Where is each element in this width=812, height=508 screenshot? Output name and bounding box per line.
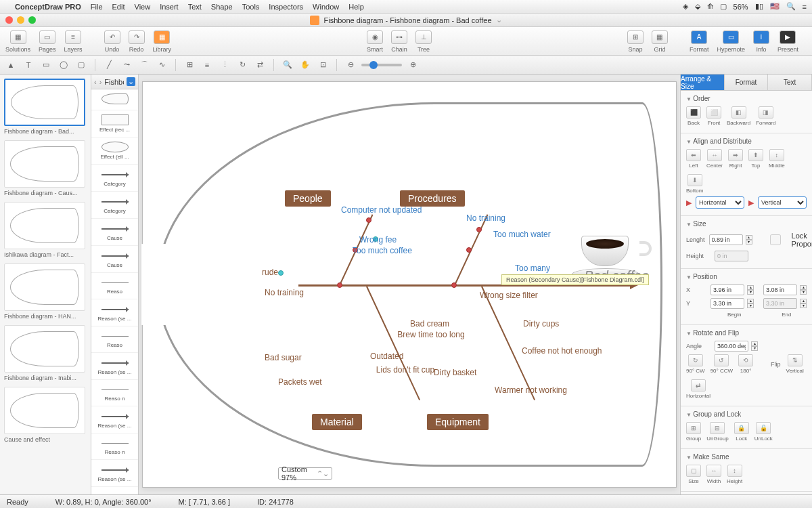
stencil-item[interactable]: Cause xyxy=(91,219,138,246)
align-top-button[interactable]: ⬆Top xyxy=(748,149,763,169)
cause-label[interactable]: Bad cream xyxy=(410,319,449,329)
zoom-button[interactable] xyxy=(28,16,36,24)
tree-button[interactable]: ⊥ xyxy=(415,30,432,44)
crop-tool[interactable]: ⊡ xyxy=(316,58,330,72)
distribute-tool[interactable]: ⋮ xyxy=(218,58,231,72)
cause-label[interactable]: Wrong fee xyxy=(359,235,397,245)
menu-file[interactable]: File xyxy=(91,3,103,11)
stencil-dropdown-icon[interactable]: ⌄ xyxy=(127,77,135,86)
cause-label[interactable]: rude xyxy=(262,268,278,277)
menu-help[interactable]: Help xyxy=(348,3,364,11)
flip-tool[interactable]: ⇄ xyxy=(253,58,267,72)
flip-h-button[interactable]: ⇄Horizontal xyxy=(686,379,710,399)
cause-label[interactable]: Packets wet xyxy=(278,377,322,387)
battery-icon[interactable]: ▮▯ xyxy=(755,2,763,11)
app-name[interactable]: ConceptDraw PRO xyxy=(15,3,81,11)
align-left-button[interactable]: ⬅Left xyxy=(686,149,701,169)
grid-button[interactable]: ▦ xyxy=(652,30,668,44)
stencil-item[interactable]: Reason (se ... xyxy=(91,460,138,487)
display-icon[interactable]: ▢ xyxy=(720,2,727,11)
section-position[interactable]: Position xyxy=(686,273,807,280)
pages-button[interactable]: ▭ xyxy=(39,30,55,44)
align-right-button[interactable]: ➡Right xyxy=(728,149,743,169)
stencil-item[interactable]: Reason (se ... xyxy=(91,406,138,433)
flag-icon[interactable]: 🇺🇸 xyxy=(770,2,780,11)
cause-label[interactable]: Coffee not hot enough xyxy=(522,346,576,356)
category-people[interactable]: People xyxy=(285,190,331,207)
rotate-tool[interactable]: ↻ xyxy=(235,58,249,72)
chain-button[interactable]: ⊶ xyxy=(391,30,407,44)
zoom-control[interactable]: Custom 97%⌃⌄ xyxy=(278,467,332,480)
same-width-button[interactable]: ↔Width xyxy=(706,465,721,484)
present-button[interactable]: ▶ xyxy=(780,30,796,44)
zoom-out-tool[interactable]: 🔍 xyxy=(281,58,294,72)
library-button[interactable]: ▦ xyxy=(154,30,170,44)
thumbnail[interactable]: Fishbone diagram - Inabi... xyxy=(4,325,85,381)
close-button[interactable] xyxy=(5,16,13,24)
stencil-item[interactable]: Reason (se ... xyxy=(91,299,138,326)
menu-view[interactable]: View xyxy=(135,3,151,11)
align-tool[interactable]: ≡ xyxy=(200,58,214,72)
section-size[interactable]: Size xyxy=(686,220,807,228)
group-button[interactable]: ⊞Group xyxy=(686,422,701,442)
rotate-cw-button[interactable]: ↻90° CW xyxy=(686,354,705,374)
layers-button[interactable]: ≡ xyxy=(65,30,81,44)
solutions-button[interactable]: ▦ xyxy=(10,30,26,44)
wifi-icon[interactable]: ⟰ xyxy=(707,2,713,11)
section-rotate[interactable]: Rotate and Flip xyxy=(686,329,807,337)
zoom-minus[interactable]: ⊖ xyxy=(344,58,357,72)
thumbnail[interactable]: Ishikawa diagram - Fact... xyxy=(4,202,85,258)
stepper-down[interactable]: ▾ xyxy=(746,240,752,245)
thumbnail[interactable]: Cause and effect xyxy=(4,387,85,443)
canvas-area[interactable]: People Procedures Material Equipment rud… xyxy=(139,75,680,494)
arc-tool[interactable]: ⌒ xyxy=(137,58,151,72)
stencil-item[interactable]: Category xyxy=(91,165,138,192)
cause-label[interactable]: Dirty basket xyxy=(434,368,476,377)
align-center-button[interactable]: ↔Center xyxy=(706,149,723,169)
cause-label[interactable]: Bad sugar xyxy=(265,353,302,362)
distribute-v-select[interactable]: Vertical xyxy=(758,196,807,209)
section-same[interactable]: Make Same xyxy=(686,453,807,461)
y-end-input[interactable] xyxy=(763,298,797,309)
document-title[interactable]: Fishbone diagram - Fishbone diagram - Ba… xyxy=(323,16,491,24)
stencil-item[interactable]: Reaso xyxy=(91,273,138,299)
rotate-180-button[interactable]: ⟲180° xyxy=(738,354,753,374)
rounded-tool[interactable]: ▢ xyxy=(74,58,88,72)
rect-tool[interactable]: ▭ xyxy=(39,58,53,72)
x-begin-input[interactable] xyxy=(710,284,744,295)
order-back-button[interactable]: ⬛Back xyxy=(686,106,701,126)
stencil-title[interactable]: Fishbo... xyxy=(104,78,124,86)
undo-button[interactable]: ↶ xyxy=(104,30,120,44)
menu-shape[interactable]: Shape xyxy=(211,3,233,11)
order-backward-button[interactable]: ◧Backward xyxy=(727,106,750,126)
stencil-item[interactable]: Category xyxy=(91,192,138,219)
connector-tool[interactable]: ⤳ xyxy=(120,58,133,72)
height-input[interactable] xyxy=(715,251,748,261)
stencil-item[interactable]: Effect (ell ... xyxy=(91,137,138,165)
x-end-input[interactable] xyxy=(763,284,797,295)
stencil-item[interactable] xyxy=(91,89,138,110)
sync-icon[interactable]: ◈ xyxy=(683,2,688,11)
unlock-button[interactable]: 🔓UnLock xyxy=(754,422,773,442)
stencil-item[interactable]: Reaso n xyxy=(91,433,138,460)
info-button[interactable]: i xyxy=(753,30,769,44)
cause-label[interactable]: Lids don't fit cup xyxy=(371,365,439,375)
menu-inspectors[interactable]: Inspectors xyxy=(269,3,303,11)
cause-label[interactable]: Outdated xyxy=(370,352,403,361)
menu-extra-icon[interactable]: ≡ xyxy=(803,3,807,11)
section-group[interactable]: Group and Lock xyxy=(686,410,807,418)
cause-label[interactable]: Warmer not working xyxy=(495,385,549,395)
menu-text[interactable]: Text xyxy=(188,3,202,11)
ellipse-tool[interactable]: ◯ xyxy=(57,58,70,72)
section-order[interactable]: Order xyxy=(686,95,807,102)
order-forward-button[interactable]: ◨Forward xyxy=(756,106,775,126)
stencil-item[interactable]: Tex t xyxy=(91,487,138,494)
cause-label[interactable]: Brew time too long xyxy=(397,330,465,339)
flip-v-button[interactable]: ⇅Vertical xyxy=(786,354,804,374)
cause-label[interactable]: Too many xyxy=(515,263,550,273)
stencil-item[interactable]: Reaso xyxy=(91,326,138,353)
tab-arrange[interactable]: Arrange & Size xyxy=(681,75,725,90)
stencil-item[interactable]: Reason (se ... xyxy=(91,353,138,380)
text-tool[interactable]: T xyxy=(22,58,35,72)
dropbox-icon[interactable]: ⬙ xyxy=(695,2,700,11)
